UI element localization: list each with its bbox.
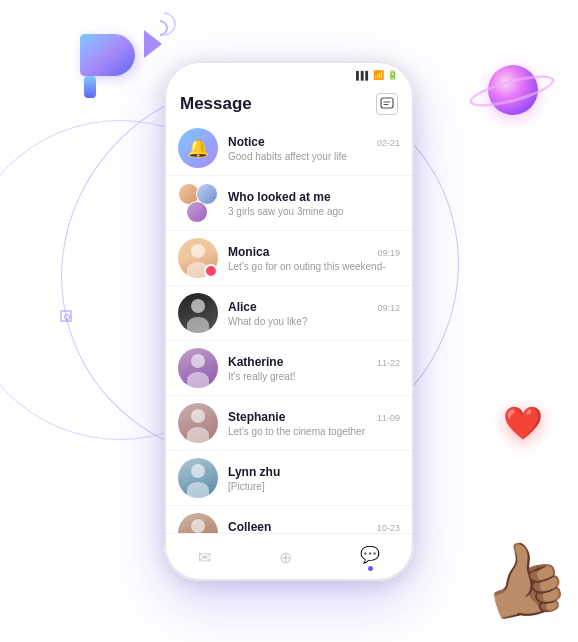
list-item[interactable]: Monica 09:19 Let's go for on outing this…: [164, 231, 414, 286]
avatar-wrap: [178, 293, 218, 333]
message-content: Katherine 11-22 It's really great!: [228, 355, 400, 382]
avatar-wrap: [178, 238, 218, 278]
message-time: 11-09: [377, 413, 400, 423]
message-preview: Let's go for on outing this weekend-: [228, 261, 400, 272]
signal-icon: ▌▌▌: [356, 71, 370, 80]
app-header: Message: [164, 89, 414, 121]
message-time: 02-21: [377, 138, 400, 148]
active-nav-indicator: [368, 566, 373, 571]
avatar-wrap: [178, 183, 218, 223]
avatar-wrap: [178, 348, 218, 388]
list-item[interactable]: Stephanie 11-09 Let's go to the cinema t…: [164, 396, 414, 451]
message-time: 10-23: [377, 523, 400, 533]
message-preview: 3 girls saw you 3mine ago: [228, 206, 400, 217]
message-top-row: Monica 09:19: [228, 245, 400, 259]
message-preview: Good habits affect your life: [228, 151, 400, 162]
megaphone-decoration: [60, 10, 170, 120]
message-preview: Let's go to the cinema together: [228, 426, 400, 437]
person-silhouette: [178, 403, 218, 443]
nav-item-discover[interactable]: ⊕: [271, 544, 300, 571]
person-silhouette: [178, 293, 218, 333]
avatar-wrap: [178, 458, 218, 498]
message-top-row: Alice 09:12: [228, 300, 400, 314]
sender-name: Monica: [228, 245, 269, 259]
stephanie-avatar: [178, 403, 218, 443]
message-preview: It's really great!: [228, 371, 400, 382]
message-top-row: Katherine 11-22: [228, 355, 400, 369]
status-bar: ▌▌▌ 📶 🔋: [164, 61, 414, 89]
multi-avatar: [178, 183, 218, 223]
message-top-row: Notice 02-21: [228, 135, 400, 149]
message-time: 11-22: [377, 358, 400, 368]
katherine-avatar: [178, 348, 218, 388]
discover-icon: ⊕: [279, 548, 292, 567]
mini-avatar-3: [186, 201, 208, 223]
message-content: Alice 09:12 What do you like?: [228, 300, 400, 327]
sender-name: Alice: [228, 300, 257, 314]
person-silhouette: [178, 348, 218, 388]
message-time: 09:12: [377, 303, 400, 313]
message-content: Notice 02-21 Good habits affect your lif…: [228, 135, 400, 162]
avatar-wrap: 🔔: [178, 128, 218, 168]
message-list: 🔔 Notice 02-21 Good habits affect your l…: [164, 121, 414, 551]
list-item[interactable]: Lynn zhu [Picture]: [164, 451, 414, 506]
message-content: Lynn zhu [Picture]: [228, 465, 400, 492]
sender-name: Colleen: [228, 520, 271, 534]
notice-avatar: 🔔: [178, 128, 218, 168]
list-item[interactable]: 🔔 Notice 02-21 Good habits affect your l…: [164, 121, 414, 176]
nav-item-mail[interactable]: ✉: [190, 544, 219, 571]
message-content: Monica 09:19 Let's go for on outing this…: [228, 245, 400, 272]
sender-name: Who looked at me: [228, 190, 331, 204]
app-title: Message: [180, 94, 252, 114]
message-top-row: Who looked at me: [228, 190, 400, 204]
bottom-nav: ✉ ⊕ 💬: [164, 533, 414, 581]
planet-decoration: [468, 60, 558, 120]
message-nav-icon: 💬: [360, 545, 380, 564]
list-item[interactable]: Katherine 11-22 It's really great!: [164, 341, 414, 396]
lynnzhu-avatar: [178, 458, 218, 498]
message-content: Who looked at me 3 girls saw you 3mine a…: [228, 190, 400, 217]
message-top-row: Stephanie 11-09: [228, 410, 400, 424]
list-item[interactable]: Alice 09:12 What do you like?: [164, 286, 414, 341]
sender-name: Notice: [228, 135, 265, 149]
compose-button[interactable]: [376, 93, 398, 115]
message-top-row: Lynn zhu: [228, 465, 400, 479]
wifi-icon: 📶: [373, 70, 384, 80]
unread-badge: [204, 264, 218, 278]
sender-name: Katherine: [228, 355, 283, 369]
message-preview: [Picture]: [228, 481, 400, 492]
phone-frame: ▌▌▌ 📶 🔋 Message 🔔 Notice 02-21: [164, 61, 414, 581]
nav-item-message[interactable]: 💬: [352, 541, 388, 575]
person-silhouette: [178, 458, 218, 498]
status-icons: ▌▌▌ 📶 🔋: [356, 70, 398, 80]
avatar-wrap: [178, 403, 218, 443]
message-content: Stephanie 11-09 Let's go to the cinema t…: [228, 410, 400, 437]
small-ring-decor: [64, 314, 70, 320]
svg-rect-0: [381, 98, 393, 108]
list-item[interactable]: Who looked at me 3 girls saw you 3mine a…: [164, 176, 414, 231]
sender-name: Lynn zhu: [228, 465, 280, 479]
thumbs-up-decoration: 👍🏽: [469, 527, 578, 632]
message-top-row: Colleen 10-23: [228, 520, 400, 534]
alice-avatar: [178, 293, 218, 333]
sender-name: Stephanie: [228, 410, 285, 424]
battery-icon: 🔋: [387, 70, 398, 80]
message-preview: What do you like?: [228, 316, 400, 327]
mail-icon: ✉: [198, 548, 211, 567]
message-time: 09:19: [377, 248, 400, 258]
heart-decoration: ❤️: [503, 404, 543, 442]
